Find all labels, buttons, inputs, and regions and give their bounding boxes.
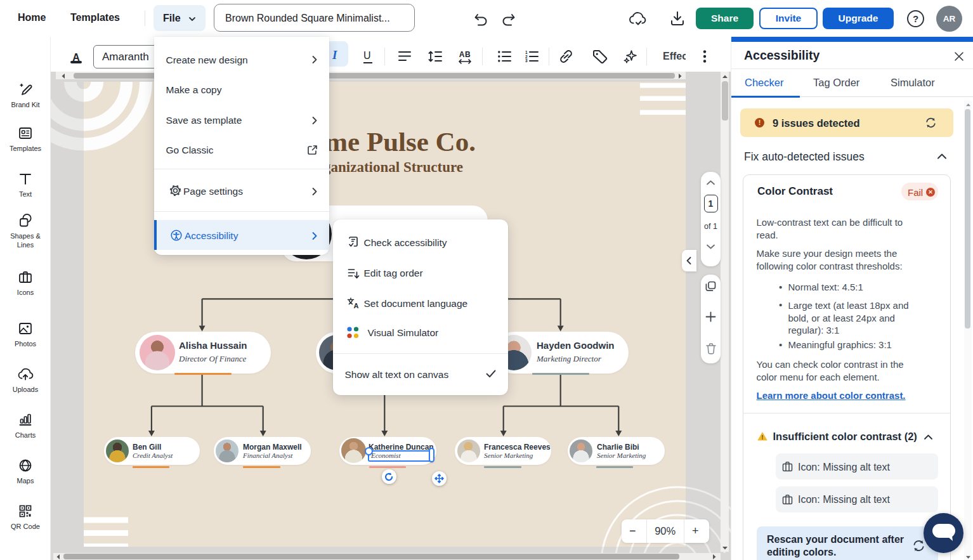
svg-text:1: 1 [525,51,528,55]
svg-text:3: 3 [525,58,528,62]
svg-text:A: A [353,302,358,309]
